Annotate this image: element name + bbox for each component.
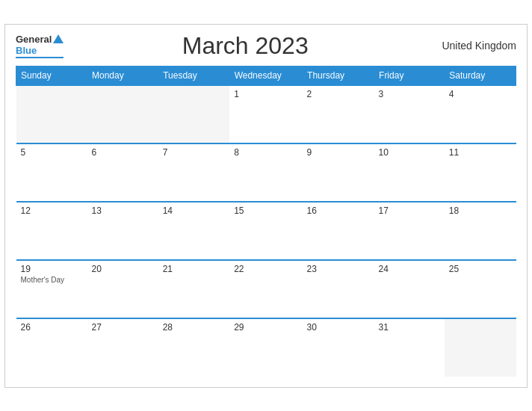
- col-header-friday: Friday: [374, 66, 445, 85]
- calendar-header: General Blue March 2023 United Kingdom: [16, 32, 516, 60]
- day-number: 10: [379, 147, 440, 158]
- col-header-tuesday: Tuesday: [158, 66, 230, 85]
- week-row-1: 1234: [16, 85, 516, 143]
- day-number: 14: [163, 206, 226, 216]
- day-event: Mother's Day: [21, 276, 83, 284]
- calendar-cell: 23: [303, 260, 374, 318]
- calendar-region: United Kingdom: [427, 40, 516, 52]
- day-number: 2: [307, 89, 370, 99]
- calendar-cell: 16: [303, 202, 374, 260]
- calendar-cell: 8: [229, 143, 302, 202]
- calendar-cell: [87, 85, 158, 143]
- day-number: 7: [163, 147, 226, 158]
- day-number: 21: [163, 264, 226, 274]
- calendar-cell: 22: [229, 260, 302, 318]
- day-number: 13: [91, 206, 153, 216]
- calendar-cell: 10: [374, 143, 445, 202]
- calendar-cell: 25: [445, 260, 516, 318]
- calendar-cell: 11: [445, 143, 516, 202]
- calendar-cell: 26: [16, 318, 87, 377]
- calendar-cell: [158, 85, 230, 143]
- week-row-4: 19Mother's Day202122232425: [16, 260, 516, 318]
- calendar-cell: 18: [445, 202, 516, 260]
- calendar-cell: 4: [445, 85, 516, 143]
- calendar-table: SundayMondayTuesdayWednesdayThursdayFrid…: [16, 66, 516, 377]
- day-number: 5: [21, 147, 83, 158]
- calendar-cell: 9: [303, 143, 374, 202]
- calendar-cell: 29: [229, 318, 302, 377]
- calendar-cell: 7: [158, 143, 230, 202]
- calendar-cell: [445, 318, 516, 377]
- day-number: 15: [234, 206, 297, 216]
- col-header-monday: Monday: [87, 66, 158, 85]
- week-row-3: 12131415161718: [16, 202, 516, 260]
- calendar-cell: 31: [374, 318, 445, 377]
- col-header-saturday: Saturday: [445, 66, 516, 85]
- calendar-header-row: SundayMondayTuesdayWednesdayThursdayFrid…: [16, 66, 516, 85]
- calendar-cell: [16, 85, 87, 143]
- day-number: 17: [379, 206, 440, 216]
- day-number: 4: [449, 89, 512, 99]
- day-number: 9: [307, 147, 370, 158]
- day-number: 6: [91, 147, 153, 158]
- calendar-cell: 12: [16, 202, 87, 260]
- calendar-cell: 27: [87, 318, 158, 377]
- day-number: 26: [21, 322, 83, 333]
- day-number: 25: [449, 264, 512, 274]
- calendar-thead: SundayMondayTuesdayWednesdayThursdayFrid…: [16, 66, 516, 85]
- calendar-cell: 28: [158, 318, 230, 377]
- calendar-cell: 14: [158, 202, 230, 260]
- calendar-title: March 2023: [64, 32, 427, 60]
- day-number: 11: [449, 147, 512, 158]
- day-number: 19: [21, 264, 83, 274]
- calendar-body: 12345678910111213141516171819Mother's Da…: [16, 85, 516, 377]
- logo-area: General Blue: [16, 34, 64, 58]
- calendar-container: General Blue March 2023 United Kingdom S…: [4, 24, 528, 388]
- day-number: 23: [307, 264, 370, 274]
- day-number: 3: [379, 89, 440, 99]
- calendar-cell: 19Mother's Day: [16, 260, 87, 318]
- calendar-cell: 30: [303, 318, 374, 377]
- logo-triangle-icon: [53, 34, 64, 43]
- day-number: 18: [449, 206, 512, 216]
- calendar-cell: 15: [229, 202, 302, 260]
- calendar-cell: 2: [303, 85, 374, 143]
- logo-general-text: General: [16, 34, 52, 45]
- day-number: 30: [307, 322, 370, 333]
- day-number: 1: [234, 89, 297, 99]
- day-number: 27: [91, 322, 153, 333]
- calendar-cell: 17: [374, 202, 445, 260]
- day-number: 20: [91, 264, 153, 274]
- day-number: 22: [234, 264, 297, 274]
- day-number: 8: [234, 147, 297, 158]
- day-number: 29: [234, 322, 297, 333]
- week-row-2: 567891011: [16, 143, 516, 202]
- day-number: 24: [379, 264, 440, 274]
- day-number: 12: [21, 206, 83, 216]
- day-number: 31: [379, 322, 440, 333]
- day-number: 16: [307, 206, 370, 216]
- calendar-cell: 24: [374, 260, 445, 318]
- col-header-wednesday: Wednesday: [229, 66, 302, 85]
- calendar-cell: 5: [16, 143, 87, 202]
- logo-underline: [16, 57, 64, 58]
- calendar-cell: 3: [374, 85, 445, 143]
- calendar-cell: 1: [229, 85, 302, 143]
- day-number: 28: [163, 322, 226, 333]
- calendar-cell: 21: [158, 260, 230, 318]
- col-header-thursday: Thursday: [303, 66, 374, 85]
- logo-blue-text: Blue: [16, 45, 37, 56]
- calendar-cell: 13: [87, 202, 158, 260]
- week-row-5: 262728293031: [16, 318, 516, 377]
- calendar-cell: 20: [87, 260, 158, 318]
- calendar-cell: 6: [87, 143, 158, 202]
- col-header-sunday: Sunday: [16, 66, 87, 85]
